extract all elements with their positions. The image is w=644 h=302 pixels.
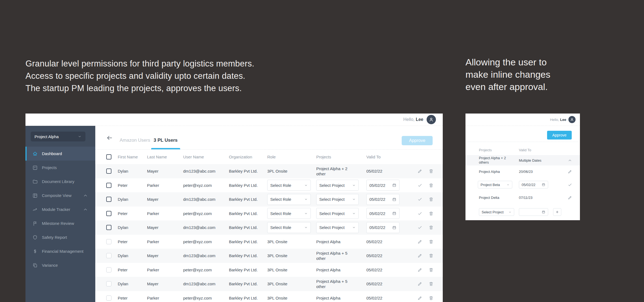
pencil-icon[interactable] <box>568 195 572 200</box>
user-avatar[interactable] <box>427 115 436 124</box>
chevron-up-icon[interactable] <box>83 207 88 212</box>
row-checkbox[interactable] <box>106 295 111 301</box>
approve-button[interactable]: Approve <box>402 136 433 145</box>
user-avatar[interactable] <box>568 116 576 123</box>
delete-icon[interactable] <box>429 239 434 244</box>
row-checkbox[interactable] <box>106 225 111 230</box>
cell-projects: Select Project <box>316 194 366 205</box>
row-checkbox[interactable] <box>106 211 111 216</box>
pencil-icon[interactable] <box>568 169 572 174</box>
cell-first-name: Peter <box>118 183 147 188</box>
delete-icon[interactable] <box>429 225 434 230</box>
add-project-button[interactable] <box>553 208 561 216</box>
app-topbar: Hello, Lee <box>25 114 443 126</box>
table-row: Peter Parker peter@xyz.com Barkley Pvt L… <box>95 178 443 193</box>
sidebar-item-safety-report[interactable]: Safety Report <box>25 230 95 244</box>
delete-icon[interactable] <box>429 281 434 286</box>
project-row: Project Alpha 20/06/23 <box>465 165 580 178</box>
cell-last-name: Mayer <box>147 225 183 230</box>
valid-to-date-input[interactable] <box>519 208 548 216</box>
table-row: Dylan Mayer dm123@abc.com Barkley Pvt Lt… <box>95 220 443 235</box>
project-select[interactable]: Select Project <box>316 208 359 219</box>
valid-to-date-input[interactable]: 05/02/22 <box>366 180 399 191</box>
sidebar-item-composite-view[interactable]: Composite View <box>25 188 95 202</box>
user-table-rows: Dylan Mayer dm123@abc.com Barkley Pvt Lt… <box>95 164 443 302</box>
delete-icon[interactable] <box>429 183 434 188</box>
row-checkbox[interactable] <box>106 197 111 202</box>
sidebar-item-module-tracker[interactable]: Module Tracker <box>25 202 95 216</box>
sidebar-item-document-library[interactable]: Document Library <box>25 175 95 188</box>
role-select[interactable]: Select Role <box>267 194 311 205</box>
role-select[interactable]: Select Role <box>267 222 311 233</box>
project-select[interactable]: Select Project <box>316 180 359 191</box>
cell-last-name: Parker <box>147 211 183 216</box>
check-icon[interactable] <box>568 182 572 187</box>
delete-icon[interactable] <box>429 169 434 174</box>
table-row: Peter Parker peter@xyz.com Barkley Pvt L… <box>95 235 443 249</box>
back-button[interactable] <box>106 135 113 141</box>
select-all-checkbox[interactable] <box>106 154 111 159</box>
folder-icon <box>32 179 38 184</box>
sidebar-item-label: Milestone Review <box>42 221 74 226</box>
sidebar-item-variance[interactable]: Variance <box>25 258 95 272</box>
confirm-icon[interactable] <box>417 211 422 216</box>
delete-icon[interactable] <box>429 197 434 202</box>
delete-icon[interactable] <box>429 267 434 272</box>
valid-to-date-input[interactable]: 05/02/22 <box>519 181 548 188</box>
cell-first-name: Peter <box>118 239 147 244</box>
confirm-icon[interactable] <box>417 197 422 202</box>
sidebar-item-projects[interactable]: Projects <box>25 161 95 175</box>
edit-icon[interactable] <box>417 169 422 174</box>
row-checkbox[interactable] <box>106 281 111 286</box>
project-select[interactable]: Project Beta <box>478 181 512 188</box>
edit-icon[interactable] <box>417 267 422 272</box>
sidebar-item-dashboard[interactable]: Dashboard <box>25 147 95 161</box>
chevron-down-icon <box>304 184 308 187</box>
valid-to-date-input[interactable]: 05/02/22 <box>366 222 399 233</box>
sidebar-item-milestone-review[interactable]: Milestone Review <box>25 216 95 230</box>
cell-last-name: Mayer <box>147 169 183 173</box>
chevron-up-icon[interactable] <box>83 193 88 198</box>
sidebar-menu: DashboardProjectsDocument LibraryComposi… <box>25 147 95 272</box>
project-select[interactable]: Select Project <box>316 222 359 233</box>
row-checkbox[interactable] <box>106 267 111 272</box>
edit-icon[interactable] <box>417 295 422 301</box>
sidebar-item-financial-management[interactable]: Financial Management <box>25 244 95 258</box>
role-select[interactable]: Select Role <box>267 208 311 219</box>
greeting-text: Hello, Lee <box>550 118 566 122</box>
delete-icon[interactable] <box>429 211 434 216</box>
row-checkbox[interactable] <box>106 169 111 174</box>
project-table-rows: Project Alpha + 2 others Multiple Dates … <box>465 155 580 220</box>
chevron-up-icon[interactable] <box>568 158 572 163</box>
valid-to-date-input[interactable]: 05/02/22 <box>366 208 399 219</box>
row-checkbox[interactable] <box>106 253 111 258</box>
cell-last-name: Mayer <box>147 281 183 286</box>
project-row: Project Alpha + 2 others Multiple Dates <box>465 155 580 165</box>
col-header-role: Role <box>267 155 316 159</box>
cell-user-name: dm123@abc.com <box>183 169 229 173</box>
row-checkbox[interactable] <box>106 239 111 244</box>
tab-amazon-users[interactable]: Amazon Users <box>120 138 150 143</box>
delete-icon[interactable] <box>429 253 434 258</box>
edit-icon[interactable] <box>417 281 422 286</box>
project-select[interactable]: Select Project <box>316 194 359 205</box>
confirm-icon[interactable] <box>417 225 422 230</box>
approve-button[interactable]: Approve <box>547 131 572 140</box>
edit-icon[interactable] <box>417 253 422 258</box>
project-select[interactable]: Project Alpha <box>31 132 85 141</box>
row-checkbox[interactable] <box>106 183 111 188</box>
confirm-icon[interactable] <box>417 183 422 188</box>
cell-first-name: Dylan <box>118 281 147 286</box>
delete-icon[interactable] <box>429 295 434 301</box>
project-select[interactable]: Select Project <box>479 208 514 216</box>
project-select-value: Select Project <box>319 183 345 188</box>
valid-to-date-input[interactable]: 05/02/22 <box>366 194 399 205</box>
person-icon <box>570 117 574 122</box>
cell-valid-to: 05/02/22 <box>366 194 402 205</box>
tab-3pl-users[interactable]: 3 PL Users <box>154 138 178 143</box>
role-select[interactable]: Select Role <box>267 180 311 191</box>
cell-project: Project Alpha <box>479 170 519 174</box>
edit-icon[interactable] <box>417 239 422 244</box>
cell-valid-to: 05/02/22 <box>366 296 402 300</box>
caption-right: Allowing the user to make inline changes… <box>465 56 550 93</box>
